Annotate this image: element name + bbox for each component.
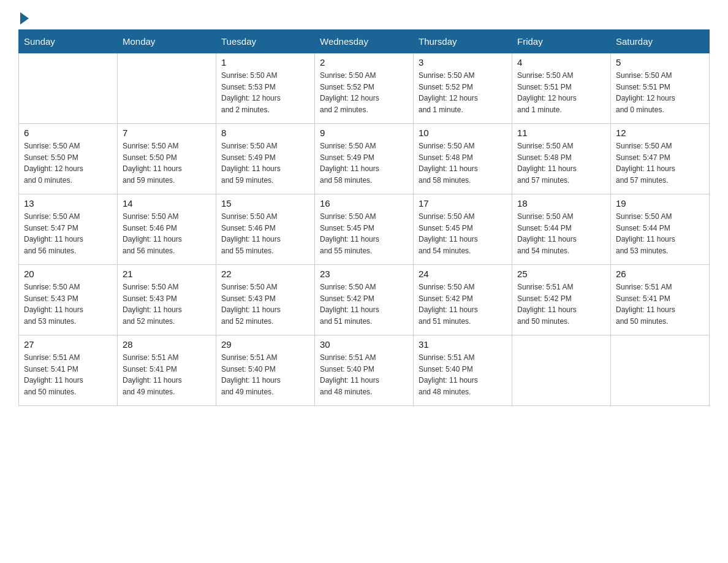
day-info: Sunrise: 5:50 AM Sunset: 5:50 PM Dayligh… [123,140,211,186]
day-info: Sunrise: 5:50 AM Sunset: 5:44 PM Dayligh… [616,211,704,256]
day-number: 8 [221,128,309,138]
calendar-cell: 11Sunrise: 5:50 AM Sunset: 5:48 PM Dayli… [512,124,611,194]
week-row-1: 1Sunrise: 5:50 AM Sunset: 5:53 PM Daylig… [19,53,710,124]
day-info: Sunrise: 5:50 AM Sunset: 5:42 PM Dayligh… [419,282,507,327]
calendar-cell: 31Sunrise: 5:51 AM Sunset: 5:40 PM Dayli… [414,335,512,406]
header-friday: Friday [512,30,611,53]
logo [18,12,29,23]
day-number: 13 [24,198,112,209]
day-info: Sunrise: 5:50 AM Sunset: 5:43 PM Dayligh… [221,282,309,327]
page-header [18,12,710,23]
calendar-cell: 23Sunrise: 5:50 AM Sunset: 5:42 PM Dayli… [315,265,414,335]
day-info: Sunrise: 5:50 AM Sunset: 5:44 PM Dayligh… [517,211,605,256]
calendar-cell: 16Sunrise: 5:50 AM Sunset: 5:45 PM Dayli… [315,194,414,265]
day-info: Sunrise: 5:51 AM Sunset: 5:41 PM Dayligh… [123,352,211,397]
week-row-5: 27Sunrise: 5:51 AM Sunset: 5:41 PM Dayli… [19,335,710,406]
day-number: 21 [123,269,211,279]
day-number: 30 [320,339,408,350]
day-number: 3 [419,57,507,67]
day-number: 26 [616,269,704,279]
calendar-cell: 26Sunrise: 5:51 AM Sunset: 5:41 PM Dayli… [611,265,710,335]
day-number: 14 [123,198,211,209]
day-info: Sunrise: 5:50 AM Sunset: 5:43 PM Dayligh… [24,282,112,327]
day-number: 11 [517,128,605,138]
day-number: 20 [24,269,112,279]
calendar-cell: 4Sunrise: 5:50 AM Sunset: 5:51 PM Daylig… [512,53,611,124]
calendar-cell: 28Sunrise: 5:51 AM Sunset: 5:41 PM Dayli… [118,335,216,406]
day-number: 10 [419,128,507,138]
day-info: Sunrise: 5:51 AM Sunset: 5:42 PM Dayligh… [517,282,605,327]
day-number: 17 [419,198,507,209]
day-number: 5 [616,57,704,67]
header-thursday: Thursday [414,30,512,53]
day-number: 4 [517,57,605,67]
day-info: Sunrise: 5:50 AM Sunset: 5:52 PM Dayligh… [419,70,507,115]
calendar-cell [19,53,118,124]
calendar-cell: 22Sunrise: 5:50 AM Sunset: 5:43 PM Dayli… [216,265,315,335]
day-number: 29 [221,339,309,350]
day-number: 15 [221,198,309,209]
header-saturday: Saturday [611,30,710,53]
calendar-cell: 18Sunrise: 5:50 AM Sunset: 5:44 PM Dayli… [512,194,611,265]
day-info: Sunrise: 5:50 AM Sunset: 5:42 PM Dayligh… [320,282,408,327]
day-info: Sunrise: 5:50 AM Sunset: 5:51 PM Dayligh… [517,70,605,115]
day-info: Sunrise: 5:50 AM Sunset: 5:43 PM Dayligh… [123,282,211,327]
day-info: Sunrise: 5:50 AM Sunset: 5:50 PM Dayligh… [24,140,112,186]
day-info: Sunrise: 5:50 AM Sunset: 5:51 PM Dayligh… [616,70,704,115]
calendar-cell: 30Sunrise: 5:51 AM Sunset: 5:40 PM Dayli… [315,335,414,406]
day-info: Sunrise: 5:50 AM Sunset: 5:45 PM Dayligh… [419,211,507,256]
day-number: 23 [320,269,408,279]
day-info: Sunrise: 5:51 AM Sunset: 5:41 PM Dayligh… [616,282,704,327]
calendar-cell: 12Sunrise: 5:50 AM Sunset: 5:47 PM Dayli… [611,124,710,194]
day-number: 28 [123,339,211,350]
day-info: Sunrise: 5:50 AM Sunset: 5:48 PM Dayligh… [517,140,605,186]
day-number: 31 [419,339,507,350]
calendar-cell [512,335,611,406]
calendar-cell: 19Sunrise: 5:50 AM Sunset: 5:44 PM Dayli… [611,194,710,265]
day-headers-row: SundayMondayTuesdayWednesdayThursdayFrid… [19,30,710,53]
calendar-cell: 29Sunrise: 5:51 AM Sunset: 5:40 PM Dayli… [216,335,315,406]
day-info: Sunrise: 5:51 AM Sunset: 5:40 PM Dayligh… [419,352,507,397]
day-info: Sunrise: 5:50 AM Sunset: 5:46 PM Dayligh… [123,211,211,256]
calendar-cell: 1Sunrise: 5:50 AM Sunset: 5:53 PM Daylig… [216,53,315,124]
day-number: 22 [221,269,309,279]
calendar-cell: 15Sunrise: 5:50 AM Sunset: 5:46 PM Dayli… [216,194,315,265]
calendar-cell: 13Sunrise: 5:50 AM Sunset: 5:47 PM Dayli… [19,194,118,265]
day-number: 25 [517,269,605,279]
calendar-cell: 9Sunrise: 5:50 AM Sunset: 5:49 PM Daylig… [315,124,414,194]
day-number: 6 [24,128,112,138]
calendar-cell: 2Sunrise: 5:50 AM Sunset: 5:52 PM Daylig… [315,53,414,124]
calendar-cell: 24Sunrise: 5:50 AM Sunset: 5:42 PM Dayli… [414,265,512,335]
logo-arrow-icon [20,12,29,25]
day-number: 12 [616,128,704,138]
day-info: Sunrise: 5:51 AM Sunset: 5:41 PM Dayligh… [24,352,112,397]
day-info: Sunrise: 5:50 AM Sunset: 5:49 PM Dayligh… [221,140,309,186]
day-info: Sunrise: 5:51 AM Sunset: 5:40 PM Dayligh… [320,352,408,397]
day-number: 27 [24,339,112,350]
day-info: Sunrise: 5:50 AM Sunset: 5:47 PM Dayligh… [616,140,704,186]
calendar-cell [611,335,710,406]
calendar-cell: 6Sunrise: 5:50 AM Sunset: 5:50 PM Daylig… [19,124,118,194]
calendar-cell: 27Sunrise: 5:51 AM Sunset: 5:41 PM Dayli… [19,335,118,406]
calendar-cell: 21Sunrise: 5:50 AM Sunset: 5:43 PM Dayli… [118,265,216,335]
calendar-cell: 10Sunrise: 5:50 AM Sunset: 5:48 PM Dayli… [414,124,512,194]
day-number: 9 [320,128,408,138]
day-number: 2 [320,57,408,67]
calendar-cell: 14Sunrise: 5:50 AM Sunset: 5:46 PM Dayli… [118,194,216,265]
day-info: Sunrise: 5:50 AM Sunset: 5:45 PM Dayligh… [320,211,408,256]
header-monday: Monday [118,30,216,53]
calendar-cell [118,53,216,124]
week-row-3: 13Sunrise: 5:50 AM Sunset: 5:47 PM Dayli… [19,194,710,265]
day-number: 16 [320,198,408,209]
day-info: Sunrise: 5:50 AM Sunset: 5:53 PM Dayligh… [221,70,309,115]
day-info: Sunrise: 5:50 AM Sunset: 5:49 PM Dayligh… [320,140,408,186]
day-number: 7 [123,128,211,138]
calendar-cell: 17Sunrise: 5:50 AM Sunset: 5:45 PM Dayli… [414,194,512,265]
calendar-cell: 5Sunrise: 5:50 AM Sunset: 5:51 PM Daylig… [611,53,710,124]
week-row-4: 20Sunrise: 5:50 AM Sunset: 5:43 PM Dayli… [19,265,710,335]
calendar-header: SundayMondayTuesdayWednesdayThursdayFrid… [19,30,710,53]
week-row-2: 6Sunrise: 5:50 AM Sunset: 5:50 PM Daylig… [19,124,710,194]
calendar-cell: 7Sunrise: 5:50 AM Sunset: 5:50 PM Daylig… [118,124,216,194]
day-number: 18 [517,198,605,209]
day-info: Sunrise: 5:51 AM Sunset: 5:40 PM Dayligh… [221,352,309,397]
